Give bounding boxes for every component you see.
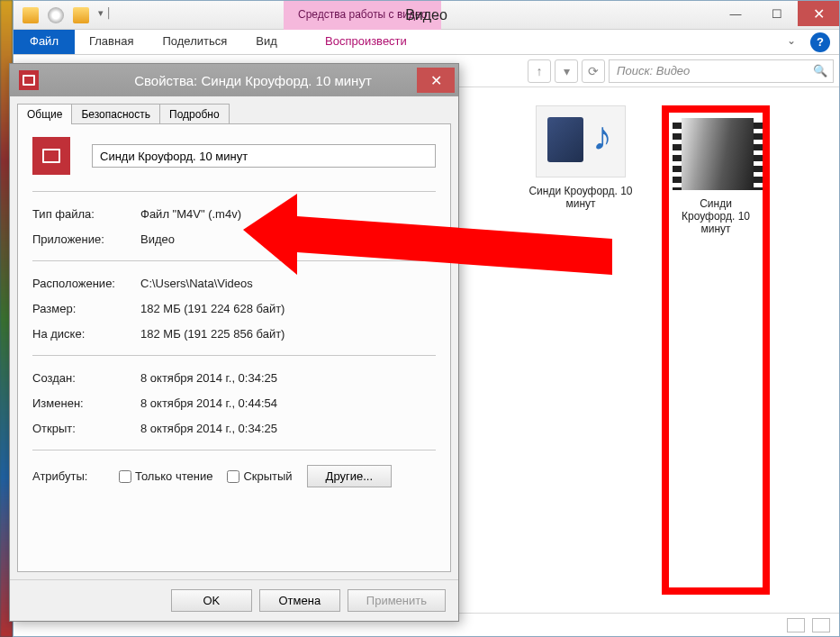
file-label: Синди Кроуфорд. 10 минут	[673, 197, 759, 235]
dialog-tabs: Общие Безопасность Подробно	[10, 96, 458, 124]
value-modified: 8 октября 2014 г., 0:44:54	[140, 396, 436, 410]
tab-view[interactable]: Вид	[241, 30, 292, 54]
value-app: Видео	[140, 232, 436, 246]
video-thumbnail-icon	[673, 118, 763, 190]
ribbon-expand-icon[interactable]: ⌄	[778, 30, 805, 54]
dialog-title: Свойства: Синди Кроуфорд. 10 минут	[48, 73, 458, 88]
quick-access-icons: ▾ │	[14, 7, 113, 23]
folder-icon[interactable]	[23, 7, 39, 23]
label-attributes: Атрибуты:	[32, 469, 104, 483]
search-input[interactable]: Поиск: Видео	[609, 59, 834, 83]
value-size: 182 МБ (191 224 628 байт)	[140, 302, 436, 315]
tab-home[interactable]: Главная	[75, 30, 148, 54]
search-placeholder: Поиск: Видео	[617, 64, 690, 77]
properties-dialog: Свойства: Синди Кроуфорд. 10 минут ✕ Общ…	[9, 63, 459, 622]
value-ondisk: 182 МБ (191 225 856 байт)	[140, 327, 436, 341]
cancel-button[interactable]: Отмена	[259, 589, 340, 612]
tab-play[interactable]: Воспроизвести	[311, 30, 421, 52]
dialog-body: Тип файла:Файл "M4V" (.m4v) Приложение:В…	[17, 123, 451, 572]
label-modified: Изменен:	[32, 396, 140, 410]
nav-dropdown[interactable]: ▾	[555, 59, 578, 83]
window-title: Видео	[405, 7, 447, 23]
folder-icon-2[interactable]	[73, 7, 89, 23]
ribbon-tabs: Файл Главная Поделиться Вид Воспроизвест…	[14, 30, 839, 55]
label-filetype: Тип файла:	[32, 207, 140, 221]
file-type-icon	[32, 137, 70, 175]
label-size: Размер:	[32, 302, 140, 315]
maximize-button[interactable]: ☐	[756, 1, 798, 26]
disc-icon[interactable]	[48, 7, 64, 23]
titlebar: ▾ │ Средства работы с видео Видео — ☐ ✕	[14, 1, 839, 30]
apply-button[interactable]: Применить	[348, 589, 446, 612]
minimize-button[interactable]: —	[715, 1, 756, 26]
value-accessed: 8 октября 2014 г., 0:34:25	[140, 422, 436, 435]
dialog-footer: OK Отмена Применить	[10, 579, 458, 621]
value-location: C:\Users\Nata\Videos	[140, 277, 436, 290]
view-details-button[interactable]	[787, 618, 805, 632]
tab-details[interactable]: Подробно	[159, 104, 230, 124]
value-created: 8 октября 2014 г., 0:34:25	[140, 371, 436, 385]
dialog-titlebar: Свойства: Синди Кроуфорд. 10 минут ✕	[10, 64, 458, 96]
label-accessed: Открыт:	[32, 422, 140, 435]
label-created: Создан:	[32, 371, 140, 385]
file-label: Синди Кроуфорд. 10 минут	[527, 185, 635, 210]
tab-general[interactable]: Общие	[17, 104, 72, 124]
qat-overflow[interactable]: ▾ │	[98, 7, 113, 23]
close-button[interactable]: ✕	[798, 1, 839, 26]
value-filetype: Файл "M4V" (.m4v)	[140, 207, 436, 221]
filename-input[interactable]	[92, 144, 436, 168]
checkbox-readonly[interactable]: Только чтение	[119, 469, 212, 483]
audio-file-icon	[536, 105, 626, 177]
dialog-close-button[interactable]: ✕	[417, 68, 455, 93]
label-ondisk: На диске:	[32, 327, 140, 341]
video-app-icon	[19, 70, 39, 90]
label-location: Расположение:	[32, 277, 140, 290]
file-item-audio[interactable]: Синди Кроуфорд. 10 минут	[527, 105, 635, 595]
tab-file[interactable]: Файл	[14, 30, 75, 54]
help-icon[interactable]: ?	[810, 32, 830, 52]
ok-button[interactable]: OK	[171, 589, 252, 612]
file-item-video-selected[interactable]: Синди Кроуфорд. 10 минут	[662, 105, 770, 595]
refresh-button[interactable]: ⟳	[582, 59, 605, 83]
view-icons-button[interactable]	[812, 618, 830, 632]
tab-security[interactable]: Безопасность	[71, 104, 160, 124]
other-attributes-button[interactable]: Другие...	[307, 465, 392, 487]
label-app: Приложение:	[32, 232, 140, 246]
tab-share[interactable]: Поделиться	[148, 30, 241, 54]
checkbox-hidden[interactable]: Скрытый	[227, 469, 292, 483]
nav-up-button[interactable]: ↑	[528, 59, 551, 83]
